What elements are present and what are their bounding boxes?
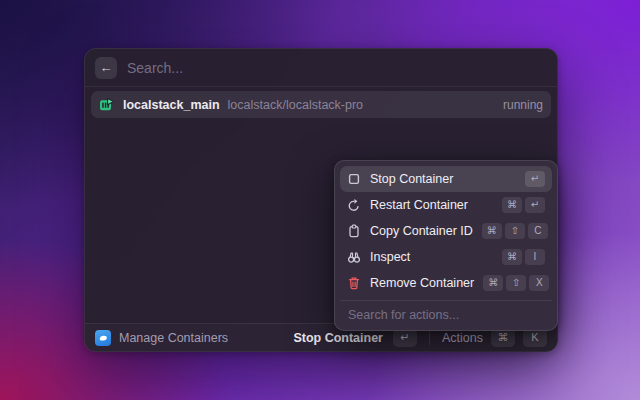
return-key: ↵ xyxy=(525,197,545,213)
footer-divider xyxy=(429,331,430,345)
return-key[interactable]: ↵ xyxy=(393,329,417,347)
restart-icon xyxy=(347,198,361,212)
container-running-icon xyxy=(99,97,115,113)
container-name: localstack_main xyxy=(123,98,220,112)
actions-button[interactable]: Actions xyxy=(442,331,483,345)
shift-key: ⇧ xyxy=(506,275,526,291)
command-key[interactable]: ⌘ xyxy=(491,329,515,347)
shift-key: ⇧ xyxy=(505,223,525,239)
menu-item-stop-container[interactable]: Stop Container ↵ xyxy=(340,166,552,192)
return-key: ↵ xyxy=(525,171,545,187)
trash-icon xyxy=(347,276,361,290)
menu-item-label: Copy Container ID xyxy=(370,224,473,238)
desktop-wallpaper: ← Search... localstack_main localstack/l… xyxy=(0,0,640,400)
menu-item-label: Inspect xyxy=(370,250,493,264)
command-key: ⌘ xyxy=(502,197,522,213)
command-key: ⌘ xyxy=(483,275,503,291)
actions-popover: Stop Container ↵ Restart Container ⌘ ↵ xyxy=(334,160,558,331)
binoculars-icon xyxy=(347,250,361,264)
primary-action-label[interactable]: Stop Container xyxy=(293,331,383,345)
manage-containers-app-icon xyxy=(95,330,111,346)
menu-item-label: Restart Container xyxy=(370,198,493,212)
menu-item-copy-container-id[interactable]: Copy Container ID ⌘ ⇧ C xyxy=(340,218,552,244)
actions-search-input[interactable]: Search for actions... xyxy=(340,300,552,330)
back-button[interactable]: ← xyxy=(95,57,117,79)
menu-item-remove-container[interactable]: Remove Container ⌘ ⇧ X xyxy=(340,270,552,296)
container-list: localstack_main localstack/localstack-pr… xyxy=(85,87,557,122)
i-key: I xyxy=(525,249,545,265)
menu-item-restart-container[interactable]: Restart Container ⌘ ↵ xyxy=(340,192,552,218)
status-badge: running xyxy=(503,98,543,112)
menu-item-label: Stop Container xyxy=(370,172,516,186)
command-key: ⌘ xyxy=(482,223,502,239)
command-key: ⌘ xyxy=(502,249,522,265)
search-bar: ← Search... xyxy=(85,49,557,87)
clipboard-icon xyxy=(347,224,361,238)
search-input[interactable]: Search... xyxy=(127,60,183,76)
menu-item-inspect[interactable]: Inspect ⌘ I xyxy=(340,244,552,270)
x-key: X xyxy=(529,275,549,291)
list-item-localstack-main[interactable]: localstack_main localstack/localstack-pr… xyxy=(91,91,551,118)
menu-item-label: Remove Container xyxy=(370,276,474,290)
k-key[interactable]: K xyxy=(523,329,547,347)
c-key: C xyxy=(528,223,548,239)
back-arrow-icon: ← xyxy=(100,61,113,74)
container-image: localstack/localstack-pro xyxy=(228,98,363,112)
extension-label: Manage Containers xyxy=(119,331,228,345)
stop-icon xyxy=(347,172,361,186)
